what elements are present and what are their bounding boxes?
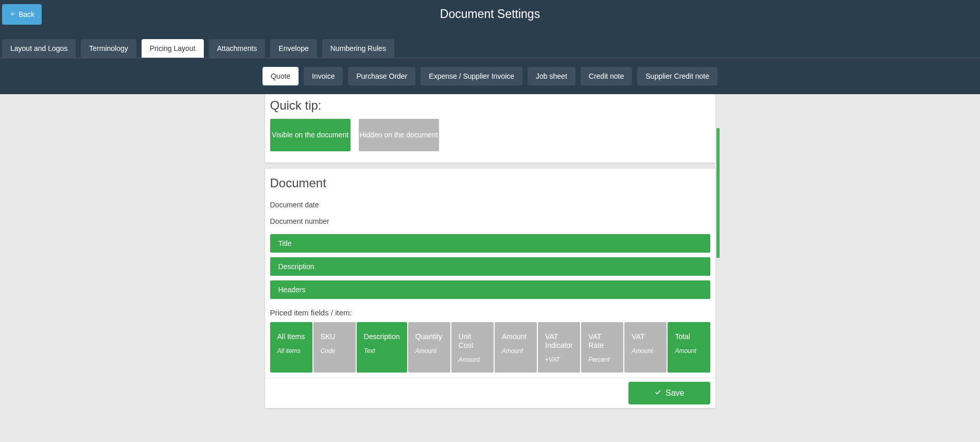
main-tab-envelope[interactable]: Envelope xyxy=(270,39,317,58)
quick-tip-heading: Quick tip: xyxy=(265,94,715,119)
document-heading: Document xyxy=(265,169,715,197)
sub-tabs: QuoteInvoicePurchase OrderExpense / Supp… xyxy=(0,58,980,94)
check-icon xyxy=(654,388,661,398)
main-tab-attachments[interactable]: Attachments xyxy=(209,39,266,58)
column-title: Total xyxy=(675,332,703,341)
sub-tab-credit-note[interactable]: Credit note xyxy=(581,67,632,85)
column-toggle-description[interactable]: DescriptionText xyxy=(357,322,407,373)
priced-items-label: Priced item fields / item: xyxy=(265,299,715,317)
column-subtitle: Percent xyxy=(588,356,616,363)
top-bar: Back Document Settings Layout and LogosT… xyxy=(0,0,980,58)
column-toggle-vat-indicator[interactable]: VAT Indicator+VAT xyxy=(538,322,580,373)
priced-item-columns: All ItemsAll itemsSKUCodeDescriptionText… xyxy=(265,317,715,378)
column-toggle-vat-rate[interactable]: VAT RatePercent xyxy=(581,322,623,373)
column-subtitle: Amount xyxy=(632,347,659,355)
column-subtitle: Amount xyxy=(415,347,443,355)
page-title: Document Settings xyxy=(0,0,980,21)
legend-visible: Visible on the document xyxy=(270,119,351,151)
column-title: SKU xyxy=(321,332,348,341)
back-label: Back xyxy=(19,10,34,19)
column-toggle-unit-cost[interactable]: Unit CostAmount xyxy=(451,322,494,373)
sub-tab-purchase-order[interactable]: Purchase Order xyxy=(348,67,415,85)
sub-tab-quote[interactable]: Quote xyxy=(262,67,299,85)
quick-tip-card: Quick tip: Visible on the document Hidde… xyxy=(265,94,715,163)
column-toggle-sku[interactable]: SKUCode xyxy=(313,322,356,373)
sub-tab-expense-supplier-invoice[interactable]: Expense / Supplier Invoice xyxy=(421,67,522,85)
document-number-label: Document number xyxy=(265,213,715,229)
column-title: VAT xyxy=(632,332,659,341)
column-title: All Items xyxy=(277,332,305,341)
column-subtitle: All items xyxy=(277,347,305,355)
column-title: Unit Cost xyxy=(459,332,486,350)
sub-tab-supplier-credit-note[interactable]: Supplier Credit note xyxy=(637,67,717,85)
field-toggle-description[interactable]: Description xyxy=(270,257,710,276)
save-button[interactable]: Save xyxy=(628,382,710,404)
column-subtitle: +VAT xyxy=(545,356,573,363)
column-subtitle: Amount xyxy=(459,356,486,363)
main-tabs: Layout and LogosTerminologyPricing Layou… xyxy=(2,39,978,58)
column-subtitle: Text xyxy=(364,347,400,355)
content-area: Quick tip: Visible on the document Hidde… xyxy=(0,94,980,425)
column-title: VAT Indicator xyxy=(545,332,573,350)
field-toggle-headers[interactable]: Headers xyxy=(270,280,710,299)
main-tab-numbering-rules[interactable]: Numbering Rules xyxy=(322,39,394,58)
document-card: Document Document date Document number T… xyxy=(265,169,715,408)
column-subtitle: Amount xyxy=(502,347,530,355)
column-toggle-total[interactable]: TotalAmount xyxy=(668,322,710,373)
sub-tab-invoice[interactable]: Invoice xyxy=(304,67,343,85)
column-toggle-vat[interactable]: VATAmount xyxy=(624,322,667,373)
column-toggle-quantity[interactable]: QuantityAmount xyxy=(408,322,450,373)
column-subtitle: Amount xyxy=(675,347,703,355)
back-button[interactable]: Back xyxy=(2,4,42,25)
save-label: Save xyxy=(666,388,684,398)
sub-tab-job-sheet[interactable]: Job sheet xyxy=(528,67,575,85)
main-tab-terminology[interactable]: Terminology xyxy=(81,39,136,58)
arrow-left-icon xyxy=(9,10,15,19)
column-subtitle: Code xyxy=(321,347,348,355)
column-title: Quantity xyxy=(415,332,443,341)
document-date-label: Document date xyxy=(265,197,715,213)
scrollbar-thumb[interactable] xyxy=(716,128,720,258)
column-title: VAT Rate xyxy=(588,332,616,350)
column-title: Description xyxy=(364,332,400,341)
main-tab-pricing-layout[interactable]: Pricing Layout xyxy=(142,39,204,58)
main-tab-layout-and-logos[interactable]: Layout and Logos xyxy=(2,39,76,58)
column-toggle-all-items[interactable]: All ItemsAll items xyxy=(270,322,312,373)
legend-visible-label: Visible on the document xyxy=(272,130,348,140)
legend-hidden-label: Hidden on the document xyxy=(359,130,438,140)
column-toggle-amount[interactable]: AmountAmount xyxy=(495,322,537,373)
field-toggle-title[interactable]: Title xyxy=(270,234,710,253)
column-title: Amount xyxy=(502,332,530,341)
legend-hidden: Hidden on the document xyxy=(359,119,439,151)
save-bar: Save xyxy=(265,378,715,408)
